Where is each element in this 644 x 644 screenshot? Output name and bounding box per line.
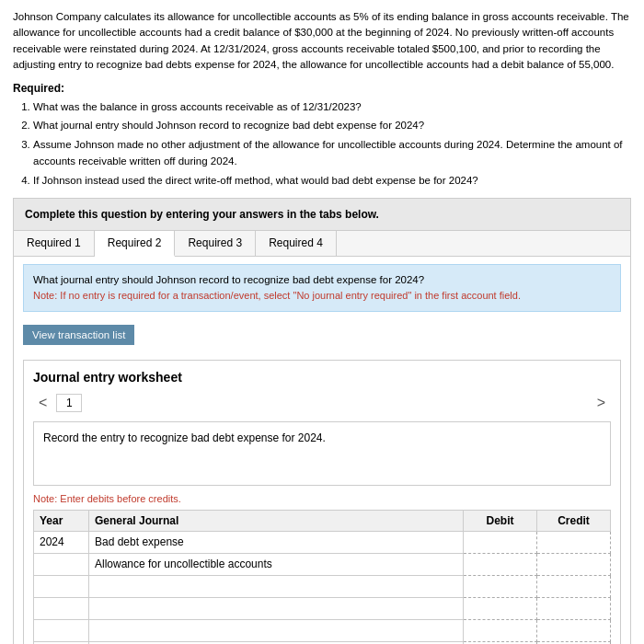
required-item-4: If Johnson instead used the direct write… xyxy=(33,172,631,189)
col-header-debit: Debit xyxy=(464,510,537,531)
question-box: What journal entry should Johnson record… xyxy=(23,264,621,312)
row-2-account[interactable] xyxy=(89,553,464,575)
row-4-account-input[interactable] xyxy=(95,602,457,615)
worksheet-title: Journal entry worksheet xyxy=(33,370,611,385)
tab-required-4[interactable]: Required 4 xyxy=(256,231,337,256)
row-3-credit-input[interactable] xyxy=(543,580,604,592)
next-page-button[interactable]: > xyxy=(592,395,611,411)
row-5-year xyxy=(34,619,89,641)
row-1-debit-input[interactable] xyxy=(469,535,531,548)
table-row xyxy=(34,619,611,641)
page-number: 1 xyxy=(56,394,82,412)
row-5-credit[interactable] xyxy=(537,619,611,641)
row-1-credit[interactable] xyxy=(537,531,611,553)
required-item-2: What journal entry should Johnson record… xyxy=(33,117,631,133)
required-item-3: Assume Johnson made no other adjustment … xyxy=(33,136,631,170)
record-description-box: Record the entry to recognize bad debt e… xyxy=(33,421,611,486)
row-1-account-input[interactable] xyxy=(95,535,457,548)
required-list: What was the balance in gross accounts r… xyxy=(13,98,631,189)
row-2-credit[interactable] xyxy=(537,553,611,575)
row-5-credit-input[interactable] xyxy=(543,624,604,637)
required-section: Required: What was the balance in gross … xyxy=(13,82,631,189)
row-2-credit-input[interactable] xyxy=(543,558,604,570)
journal-entry-worksheet: Journal entry worksheet < 1 > Record the… xyxy=(23,360,621,644)
question-text: What journal entry should Johnson record… xyxy=(33,272,611,288)
table-row xyxy=(34,575,611,597)
journal-table: Year General Journal Debit Credit 2024 xyxy=(33,510,611,644)
complete-instruction-box: Complete this question by entering your … xyxy=(13,198,631,231)
table-row: 2024 xyxy=(34,531,611,553)
row-4-credit[interactable] xyxy=(537,597,611,619)
table-row xyxy=(34,597,611,619)
tabs-row: Required 1 Required 2 Required 3 Require… xyxy=(14,231,630,257)
row-3-credit[interactable] xyxy=(537,575,611,597)
complete-instruction-text: Complete this question by entering your … xyxy=(25,208,379,221)
tab-required-2[interactable]: Required 2 xyxy=(95,231,176,257)
row-3-debit[interactable] xyxy=(464,575,537,597)
row-5-account[interactable] xyxy=(89,619,464,641)
row-3-account[interactable] xyxy=(89,575,464,597)
row-4-debit-input[interactable] xyxy=(469,602,531,615)
col-header-general-journal: General Journal xyxy=(89,510,464,531)
col-header-year: Year xyxy=(34,510,89,531)
tab-required-1[interactable]: Required 1 xyxy=(14,231,95,256)
intro-text: Johnson Company calculates its allowance… xyxy=(13,9,631,73)
row-3-year xyxy=(34,575,89,597)
row-5-account-input[interactable] xyxy=(95,624,457,637)
row-3-account-input[interactable] xyxy=(95,580,457,592)
row-3-debit-input[interactable] xyxy=(469,580,531,592)
tab-required-3[interactable]: Required 3 xyxy=(175,231,256,256)
required-item-1: What was the balance in gross accounts r… xyxy=(33,98,631,115)
row-2-debit[interactable] xyxy=(464,553,537,575)
row-5-debit-input[interactable] xyxy=(469,624,531,637)
row-2-year xyxy=(34,553,89,575)
row-1-debit[interactable] xyxy=(464,531,537,553)
prev-page-button[interactable]: < xyxy=(33,395,52,411)
row-1-year: 2024 xyxy=(34,531,89,553)
row-1-account[interactable] xyxy=(89,531,464,553)
row-4-debit[interactable] xyxy=(464,597,537,619)
debit-credit-note: Note: Enter debits before credits. xyxy=(33,493,611,504)
row-4-account[interactable] xyxy=(89,597,464,619)
row-4-year xyxy=(34,597,89,619)
view-transaction-list-button[interactable]: View transaction list xyxy=(23,325,134,345)
tabs-container: Required 1 Required 2 Required 3 Require… xyxy=(13,231,631,644)
row-5-debit[interactable] xyxy=(464,619,537,641)
row-2-debit-input[interactable] xyxy=(469,558,531,570)
row-1-credit-input[interactable] xyxy=(543,535,604,548)
question-note: Note: If no entry is required for a tran… xyxy=(33,288,611,304)
table-row xyxy=(34,553,611,575)
row-4-credit-input[interactable] xyxy=(543,602,604,615)
required-title: Required: xyxy=(13,82,631,95)
col-header-credit: Credit xyxy=(537,510,611,531)
row-2-account-input[interactable] xyxy=(95,558,457,570)
record-description-text: Record the entry to recognize bad debt e… xyxy=(43,431,326,444)
worksheet-nav-row: < 1 > xyxy=(33,394,611,412)
